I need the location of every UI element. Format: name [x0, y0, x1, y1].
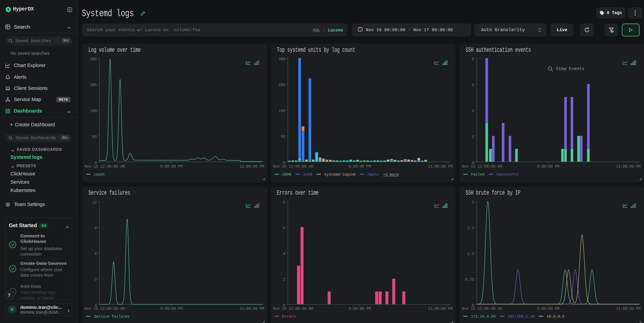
svg-text:2.3: 2.3 [467, 226, 474, 230]
svg-text:Errors: Errors [282, 314, 296, 319]
svg-text:4: 4 [472, 109, 474, 113]
svg-text:1: 1 [360, 29, 361, 31]
svg-text:sshd: sshd [303, 172, 312, 177]
svg-text:380: 380 [90, 57, 97, 62]
svg-text:6: 6 [283, 226, 285, 230]
svg-text:11:00:00 PM: 11:00:00 PM [616, 164, 640, 169]
svg-text:Failed: Failed [471, 172, 484, 177]
svg-text:Nov 15 12:00:00 AM: Nov 15 12:00:00 AM [462, 164, 502, 169]
svg-text:190: 190 [278, 109, 285, 113]
svg-text:4: 4 [283, 252, 285, 256]
svg-text:12: 12 [92, 200, 97, 205]
svg-text:0.75: 0.75 [465, 277, 474, 282]
svg-text:3: 3 [472, 200, 474, 205]
svg-text:Nov 15 12:00:00 AM: Nov 15 12:00:00 AM [462, 306, 502, 311]
svg-text:6: 6 [94, 252, 97, 256]
svg-text:95: 95 [92, 135, 97, 139]
svg-text:9:00:00 PM: 9:00:00 PM [348, 164, 371, 169]
svg-text:172.16.0.20: 172.16.0.20 [471, 314, 496, 319]
svg-text:9: 9 [94, 226, 97, 230]
svg-text:8: 8 [472, 57, 474, 62]
svg-text:Nov 15 12:00:00 AM: Nov 15 12:00:00 AM [273, 306, 313, 311]
svg-text:11:00:00 PM: 11:00:00 PM [240, 306, 264, 311]
svg-text:2: 2 [472, 135, 474, 139]
svg-text:nginx: nginx [368, 172, 379, 177]
svg-text:Successful: Successful [496, 172, 519, 177]
svg-text:11:00:00 PM: 11:00:00 PM [240, 164, 264, 169]
svg-text:9:00:00 PM: 9:00:00 PM [160, 164, 182, 169]
svg-text:11:00:00 PM: 11:00:00 PM [428, 164, 452, 169]
svg-text:Nov 15 12:00:00 AM: Nov 15 12:00:00 AM [84, 306, 125, 311]
svg-text:2: 2 [283, 277, 285, 282]
svg-text:9:00:00 PM: 9:00:00 PM [160, 306, 182, 311]
svg-text:6: 6 [472, 83, 474, 87]
svg-text:systemd-logind: systemd-logind [324, 172, 356, 177]
svg-text:11:00:00 PM: 11:00:00 PM [616, 306, 640, 311]
svg-text:9:00:00 PM: 9:00:00 PM [537, 306, 560, 311]
svg-text:CRON: CRON [282, 172, 291, 177]
svg-text:285: 285 [278, 83, 285, 87]
svg-text:1.5: 1.5 [467, 252, 474, 256]
svg-text:3: 3 [94, 277, 97, 282]
svg-text:11:00:00 PM: 11:00:00 PM [428, 306, 452, 311]
svg-text:95: 95 [281, 135, 285, 139]
svg-text:View Events: View Events [556, 66, 584, 72]
svg-text:9:00:00 PM: 9:00:00 PM [348, 306, 371, 311]
svg-text:count: count [94, 172, 105, 177]
svg-text:285: 285 [90, 83, 97, 87]
svg-text:380: 380 [278, 57, 285, 62]
svg-text:192.168.1.10: 192.168.1.10 [508, 314, 534, 319]
svg-text:8: 8 [283, 200, 285, 205]
svg-text:Service failures: Service failures [94, 314, 130, 319]
svg-text:9:00:00 PM: 9:00:00 PM [537, 164, 560, 169]
svg-text:Nov 15 12:00:00 AM: Nov 15 12:00:00 AM [273, 164, 313, 169]
svg-text:10.0.0.5: 10.0.0.5 [546, 314, 564, 319]
svg-text:Nov 15 12:00:00 AM: Nov 15 12:00:00 AM [84, 164, 125, 169]
svg-text:190: 190 [90, 109, 97, 113]
